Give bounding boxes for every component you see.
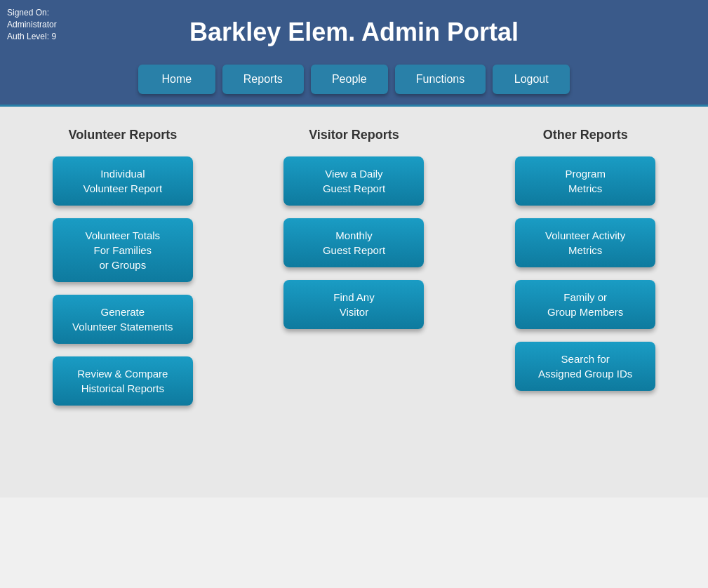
signed-on-label: Signed On: xyxy=(7,8,49,18)
auth-level: Auth Level: 9 xyxy=(7,32,56,41)
family-group-members-button[interactable]: Family orGroup Members xyxy=(515,280,655,329)
volunteer-reports-section: Volunteer Reports IndividualVolunteer Re… xyxy=(14,128,232,418)
find-any-visitor-button[interactable]: Find AnyVisitor xyxy=(283,280,424,329)
signed-on-info: Signed On: Administrator Auth Level: 9 xyxy=(7,7,57,42)
page-header: Signed On: Administrator Auth Level: 9 B… xyxy=(0,0,708,105)
nav-home[interactable]: Home xyxy=(138,65,215,94)
program-metrics-button[interactable]: ProgramMetrics xyxy=(515,156,655,206)
user-name: Administrator xyxy=(7,20,57,29)
search-assigned-group-ids-button[interactable]: Search forAssigned Group IDs xyxy=(515,342,655,391)
other-reports-title: Other Reports xyxy=(543,128,628,142)
generate-volunteer-statements-button[interactable]: GenerateVolunteer Statements xyxy=(53,295,193,344)
review-compare-historical-button[interactable]: Review & CompareHistorical Reports xyxy=(53,356,193,406)
view-daily-guest-button[interactable]: View a DailyGuest Report xyxy=(283,156,424,206)
nav-reports[interactable]: Reports xyxy=(222,65,304,94)
volunteer-activity-metrics-button[interactable]: Volunteer ActivityMetrics xyxy=(515,218,655,267)
visitor-reports-title: Visitor Reports xyxy=(309,128,399,142)
nav-functions[interactable]: Functions xyxy=(395,65,486,94)
individual-volunteer-report-button[interactable]: IndividualVolunteer Report xyxy=(53,156,193,206)
monthly-guest-report-button[interactable]: MonthlyGuest Report xyxy=(283,218,424,267)
visitor-reports-section: Visitor Reports View a DailyGuest Report… xyxy=(246,128,463,418)
volunteer-reports-title: Volunteer Reports xyxy=(68,128,177,142)
nav-people[interactable]: People xyxy=(311,65,388,94)
site-title: Barkley Elem. Admin Portal xyxy=(14,7,694,58)
main-nav: Home Reports People Functions Logout xyxy=(14,58,694,105)
content-area: Volunteer Reports IndividualVolunteer Re… xyxy=(0,105,708,497)
reports-grid: Volunteer Reports IndividualVolunteer Re… xyxy=(14,128,694,418)
nav-logout[interactable]: Logout xyxy=(493,65,570,94)
volunteer-totals-families-button[interactable]: Volunteer TotalsFor Familiesor Groups xyxy=(53,218,193,282)
other-reports-section: Other Reports ProgramMetrics Volunteer A… xyxy=(476,128,694,418)
